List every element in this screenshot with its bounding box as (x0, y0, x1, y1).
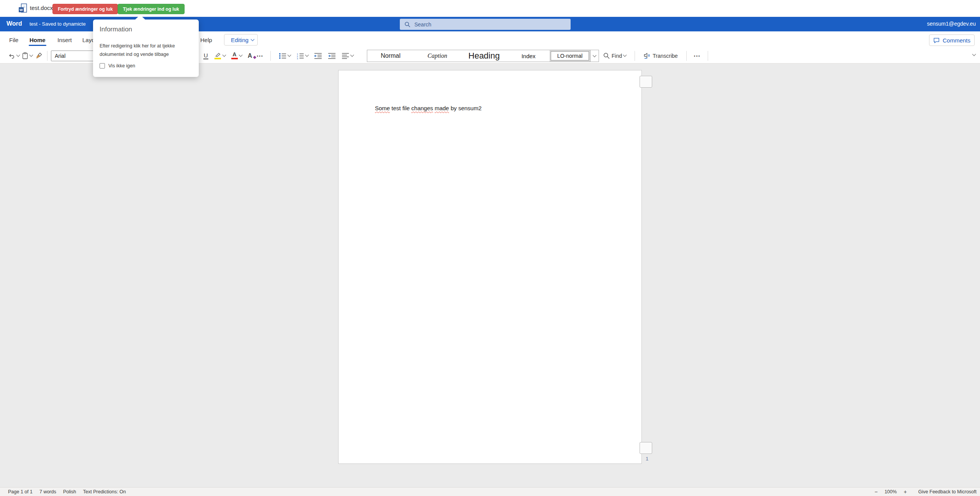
checkin-changes-button[interactable]: Tjek ændringer ind og luk (118, 4, 185, 14)
page-edge-marker-top[interactable] (640, 76, 652, 88)
language-status[interactable]: Polish (63, 489, 76, 494)
account-email[interactable]: sensum1@egdev.eu (927, 21, 976, 27)
increase-indent-button[interactable] (327, 52, 337, 59)
underline-label: U (203, 52, 208, 59)
align-icon (342, 52, 349, 59)
separator (708, 51, 708, 61)
highlight-color-button[interactable] (213, 52, 227, 59)
search-placeholder: Search (414, 21, 431, 28)
eraser-diamond-icon (253, 56, 256, 59)
text-predictions-status[interactable]: Text Predictions: On (83, 489, 126, 494)
tab-help[interactable]: Help (200, 31, 212, 48)
text-segment: changes (411, 105, 433, 111)
paste-button[interactable] (21, 52, 34, 59)
font-color-icon: A (231, 52, 238, 59)
popup-title: Information (100, 26, 132, 33)
style-lo-normal-selected[interactable]: LO-normal (551, 51, 589, 60)
style-caption[interactable]: Caption (414, 50, 461, 62)
comments-label: Comments (942, 37, 970, 44)
styles-gallery: Normal Caption Heading Index LO-normal (367, 50, 599, 62)
separator (270, 51, 271, 61)
document-text-line[interactable]: Some test file changes made by sensum2 (375, 105, 482, 111)
discard-changes-button[interactable]: Fortryd ændringer og luk (52, 4, 118, 14)
document-canvas: Some test file changes made by sensum2 1 (0, 64, 980, 487)
page-count-status[interactable]: Page 1 of 1 (8, 489, 33, 494)
find-button[interactable]: Find (602, 52, 627, 59)
editing-mode-button[interactable]: Editing (224, 34, 258, 46)
search-icon (404, 21, 411, 28)
feedback-link[interactable]: Give Feedback to Microsoft (918, 489, 977, 494)
information-callout: Information Efter redigering klik her fo… (93, 20, 199, 77)
collapse-ribbon-chevron[interactable] (972, 52, 976, 56)
font-color-button[interactable]: A (230, 52, 243, 59)
zoom-out-button[interactable]: − (874, 489, 877, 495)
clipboard-icon (22, 52, 28, 59)
document-page[interactable]: Some test file changes made by sensum2 (338, 70, 642, 464)
chevron-down-icon (350, 53, 354, 57)
highlighter-icon (214, 52, 221, 59)
transcribe-button[interactable]: Transcribe (642, 52, 679, 59)
clear-formatting-button[interactable]: A (247, 53, 254, 58)
page-edge-marker-bottom[interactable] (640, 442, 652, 454)
checkbox-label: Vis ikke igen (108, 63, 135, 69)
chevron-down-icon (16, 53, 20, 57)
style-normal[interactable]: Normal (367, 50, 414, 62)
comments-button[interactable]: Comments (929, 34, 975, 46)
alignment-button[interactable] (340, 52, 355, 59)
transcribe-label: Transcribe (653, 53, 678, 59)
chevron-down-icon (305, 53, 309, 57)
underline-button[interactable]: U (202, 52, 209, 59)
text-segment: by sensum2 (449, 105, 481, 111)
undo-button[interactable] (7, 52, 21, 59)
dont-show-again-option[interactable]: Vis ikke igen (100, 63, 135, 69)
chevron-down-icon (593, 53, 597, 57)
doc-save-status: test - Saved to dynamicte (29, 21, 86, 27)
style-heading[interactable]: Heading (461, 50, 507, 62)
more-font-options-button[interactable]: ••• (257, 54, 263, 58)
font-group: U A A • (202, 48, 355, 63)
status-bar: Page 1 of 1 7 words Polish Text Predicti… (0, 487, 980, 496)
chevron-down-icon (239, 53, 242, 57)
decrease-indent-button[interactable] (313, 52, 323, 59)
zoom-level-label[interactable]: 100% (885, 489, 897, 494)
chevron-down-icon (288, 53, 291, 57)
outdent-icon (314, 52, 322, 59)
font-name-value: Arial (55, 53, 65, 59)
format-painter-icon (35, 52, 43, 59)
style-selected-wrap: LO-normal (550, 50, 590, 62)
more-ribbon-options-button[interactable]: ••• (694, 54, 701, 58)
chevron-down-icon (250, 37, 254, 41)
bullets-button[interactable] (278, 52, 292, 59)
clear-formatting-label: A (248, 53, 252, 58)
comment-bubble-icon (933, 37, 940, 43)
document-filename: test.docx (30, 5, 53, 11)
find-magnifier-icon (603, 52, 610, 59)
chevron-down-icon (29, 53, 33, 57)
numbered-list-icon: 1 2 3 (296, 52, 304, 59)
tab-home[interactable]: Home (29, 31, 46, 48)
zoom-in-button[interactable]: + (904, 489, 907, 495)
style-index[interactable]: Index (507, 50, 550, 62)
indent-icon (328, 52, 336, 59)
text-segment: test file (390, 105, 411, 111)
numbering-button[interactable]: 1 2 3 (295, 52, 309, 59)
callout-arrow-up (135, 15, 146, 20)
separator (686, 51, 687, 61)
styles-gallery-dropdown[interactable] (590, 50, 599, 62)
svg-text:W: W (20, 8, 23, 12)
checkbox-unchecked[interactable] (100, 63, 105, 69)
bullet-list-icon (279, 52, 286, 59)
word-document-icon: W (18, 3, 28, 15)
transcribe-speaker-icon (643, 52, 651, 59)
format-painter-button[interactable] (34, 52, 44, 59)
text-segment: Some (375, 105, 390, 111)
chevron-down-icon (623, 53, 627, 57)
word-count-status[interactable]: 7 words (39, 489, 56, 494)
word-logo[interactable]: Word (7, 20, 22, 27)
word-online-window: W test.docx Fortryd ændringer og luk Tje… (0, 0, 980, 496)
search-input[interactable]: Search (400, 19, 571, 30)
tab-file[interactable]: File (9, 31, 18, 48)
editing-mode-label: Editing (231, 37, 249, 43)
separator (635, 51, 635, 61)
tab-insert[interactable]: Insert (57, 31, 72, 48)
